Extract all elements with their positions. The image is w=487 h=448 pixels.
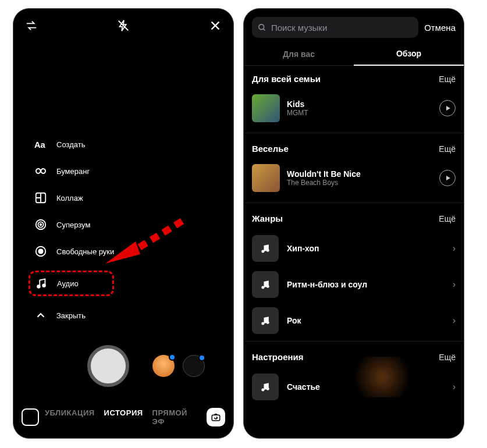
search-row: Поиск музыки Отмена [244, 9, 464, 42]
music-note-icon [252, 374, 279, 400]
text-icon: Aa [33, 137, 48, 152]
music-note-icon [34, 276, 49, 291]
track-row[interactable]: Kids MGMT [252, 91, 456, 130]
svg-point-19 [261, 389, 264, 392]
album-art-icon [252, 164, 280, 192]
genre-label: Рок [287, 316, 445, 325]
play-button[interactable] [439, 170, 456, 186]
create-mode-menu: Aa Создать Бумеранг Коллаж Суперзум [33, 137, 114, 323]
section-genres: Жанры Ещё Хип-хоп › Ритм-н-блюз и соул ›… [244, 205, 464, 341]
genre-label: Ритм-н-блюз и соул [287, 280, 445, 289]
mood-happiness[interactable]: Счастье › [252, 369, 456, 405]
mode-story[interactable]: ИСТОРИЯ [104, 408, 143, 426]
menu-label: Коллаж [56, 194, 83, 202]
menu-label: Аудио [57, 279, 79, 288]
switch-camera-button[interactable] [207, 408, 225, 426]
svg-point-13 [261, 250, 264, 253]
tab-browse[interactable]: Обзор [354, 42, 464, 66]
shutter-button[interactable] [87, 345, 129, 387]
search-placeholder: Поиск музыки [271, 23, 327, 33]
menu-item-collage[interactable]: Коллаж [33, 190, 114, 205]
record-icon [33, 244, 48, 259]
collage-icon [33, 190, 48, 205]
track-title: Wouldn't It Be Nice [287, 169, 432, 179]
tabs: Для вас Обзор [244, 42, 464, 66]
svg-rect-11 [212, 415, 220, 421]
more-button[interactable]: Ещё [439, 144, 456, 154]
chevron-right-icon: › [453, 279, 456, 290]
menu-label: Суперзум [56, 221, 90, 229]
avatar-friend-1[interactable] [152, 355, 175, 377]
section-title: Настроения [252, 352, 304, 362]
svg-point-14 [266, 249, 269, 252]
music-note-icon [252, 271, 279, 298]
svg-point-16 [266, 285, 269, 288]
flash-off-icon[interactable] [117, 19, 130, 34]
chevron-right-icon: › [453, 243, 456, 254]
menu-label: Создать [56, 140, 85, 149]
divider [244, 133, 464, 133]
cancel-button[interactable]: Отмена [424, 23, 456, 33]
chevron-up-icon [33, 308, 48, 323]
chevron-right-icon: › [453, 382, 456, 392]
mode-selector[interactable]: УБЛИКАЦИЯ ИСТОРИЯ ПРЯМОЙ ЭФ [45, 408, 201, 426]
more-button[interactable]: Ещё [439, 353, 456, 362]
menu-label: Закрыть [56, 311, 86, 320]
section-moods: Настроения Ещё Счастье › [244, 344, 464, 407]
more-button[interactable]: Ещё [439, 74, 456, 84]
track-title: Kids [287, 99, 432, 109]
track-artist: The Beach Boys [287, 179, 432, 187]
menu-item-create[interactable]: Aa Создать [33, 137, 114, 152]
menu-label: Свободные руки [56, 247, 114, 256]
track-artist: MGMT [287, 109, 432, 117]
tab-for-you[interactable]: Для вас [244, 42, 354, 66]
svg-point-4 [40, 224, 42, 226]
play-button[interactable] [439, 100, 456, 116]
music-note-icon [252, 307, 279, 334]
svg-point-12 [259, 24, 264, 29]
more-button[interactable]: Ещё [439, 214, 456, 223]
menu-item-boomerang[interactable]: Бумеранг [33, 163, 114, 179]
svg-point-6 [38, 249, 42, 253]
genre-rnb[interactable]: Ритм-н-блюз и соул › [252, 266, 456, 303]
divider [244, 202, 464, 203]
swap-icon[interactable] [25, 19, 38, 34]
album-art-icon [252, 94, 280, 122]
track-row[interactable]: Wouldn't It Be Nice The Beach Boys [252, 161, 456, 200]
chevron-right-icon: › [453, 315, 456, 326]
section-fun: Веселье Ещё Wouldn't It Be Nice The Beac… [244, 136, 464, 202]
genre-hiphop[interactable]: Хип-хоп › [252, 230, 456, 266]
genre-label: Хип-хоп [287, 244, 445, 253]
menu-item-handsfree[interactable]: Свободные руки [33, 244, 114, 259]
svg-line-9 [130, 221, 182, 253]
menu-label: Бумеранг [56, 167, 90, 176]
capture-row [13, 345, 233, 387]
mode-publication[interactable]: УБЛИКАЦИЯ [45, 408, 95, 426]
close-icon[interactable] [209, 19, 222, 34]
search-input[interactable]: Поиск музыки [252, 17, 418, 38]
avatar-friend-2[interactable] [183, 355, 205, 377]
genre-rock[interactable]: Рок › [252, 303, 456, 339]
divider [244, 341, 464, 342]
genre-label: Счастье [287, 382, 445, 392]
search-icon [258, 23, 266, 32]
svg-text:Aa: Aa [34, 140, 46, 150]
svg-point-7 [37, 285, 40, 288]
section-title: Жанры [252, 214, 283, 223]
camera-top-bar [13, 9, 233, 39]
svg-point-18 [266, 321, 269, 324]
phone-camera-screen: Aa Создать Бумеранг Коллаж Суперзум [13, 8, 234, 439]
target-icon [33, 217, 48, 232]
svg-point-20 [266, 387, 269, 390]
mode-live[interactable]: ПРЯМОЙ ЭФ [152, 408, 201, 426]
svg-point-8 [42, 284, 45, 287]
bottom-mode-bar: УБЛИКАЦИЯ ИСТОРИЯ ПРЯМОЙ ЭФ [13, 408, 233, 426]
menu-item-audio[interactable]: Аудио [29, 271, 114, 296]
section-family: Для всей семьи Ещё Kids MGMT [244, 66, 464, 133]
menu-item-close[interactable]: Закрыть [33, 308, 114, 323]
gallery-button[interactable] [22, 408, 39, 426]
svg-point-17 [261, 322, 264, 325]
menu-item-superzoom[interactable]: Суперзум [33, 217, 114, 232]
phone-music-browse: Поиск музыки Отмена Для вас Обзор Для вс… [243, 8, 464, 439]
svg-point-15 [261, 286, 264, 289]
